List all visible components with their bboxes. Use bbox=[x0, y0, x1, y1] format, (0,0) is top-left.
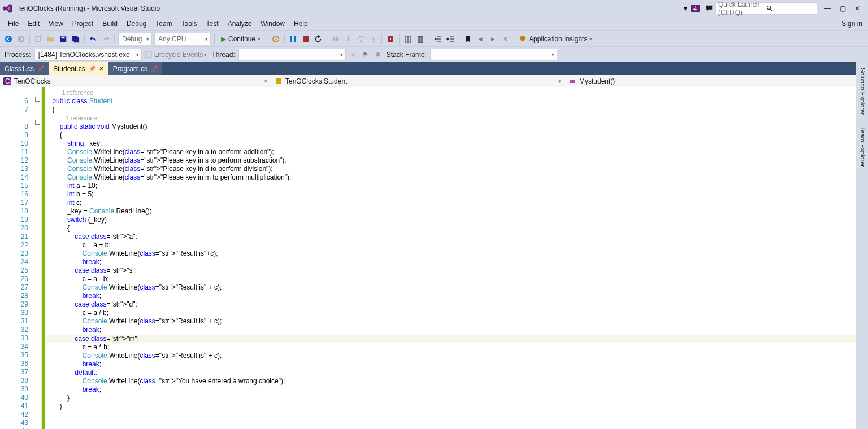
step-into-button[interactable] bbox=[342, 33, 354, 45]
thread-filter-icon[interactable]: ▿ bbox=[348, 49, 359, 61]
menu-tools[interactable]: Tools bbox=[177, 18, 202, 29]
comment-button[interactable] bbox=[402, 33, 414, 45]
fold-toggle[interactable]: − bbox=[35, 97, 40, 102]
maximize-button[interactable]: ▢ bbox=[835, 3, 850, 14]
outlining-margin[interactable]: − − bbox=[34, 87, 42, 429]
lifecycle-events-button[interactable]: Lifecycle Events ▾ bbox=[144, 49, 209, 61]
stackframe-label: Stack Frame: bbox=[387, 51, 427, 59]
clear-bookmarks-button[interactable]: ✕ bbox=[500, 33, 511, 45]
menu-view[interactable]: View bbox=[44, 18, 68, 29]
app-insights-button[interactable]: Application Insights ▾ bbox=[517, 33, 594, 45]
menu-project[interactable]: Project bbox=[68, 18, 98, 29]
solution-config-dropdown[interactable]: Debug bbox=[118, 33, 152, 45]
play-icon: ▶ bbox=[221, 35, 226, 43]
class-icon bbox=[275, 77, 283, 85]
svg-rect-16 bbox=[570, 80, 575, 83]
menu-analyze[interactable]: Analyze bbox=[223, 18, 257, 29]
menu-edit[interactable]: Edit bbox=[23, 18, 44, 29]
nav-member-label: Mystudent() bbox=[579, 77, 615, 85]
freeze-threads-button[interactable]: ❄ bbox=[372, 49, 384, 61]
intellitrace-button[interactable] bbox=[385, 33, 396, 45]
show-next-statement-button[interactable] bbox=[330, 33, 341, 45]
team-explorer-tab[interactable]: Team Explorer bbox=[856, 121, 868, 173]
menu-test[interactable]: Test bbox=[202, 18, 223, 29]
pin-icon[interactable]: 📌 bbox=[89, 65, 96, 72]
menu-debug[interactable]: Debug bbox=[122, 18, 151, 29]
continue-label: Continue bbox=[228, 35, 255, 43]
pin-icon[interactable]: 📌 bbox=[151, 65, 158, 72]
menu-help[interactable]: Help bbox=[289, 18, 313, 29]
step-out-button[interactable] bbox=[367, 33, 379, 45]
prev-bookmark-button[interactable]: ◄ bbox=[475, 33, 486, 45]
close-icon[interactable]: ✕ bbox=[99, 65, 104, 72]
lifecycle-label: Lifecycle Events bbox=[154, 51, 203, 59]
save-all-button[interactable] bbox=[70, 33, 81, 45]
continue-button[interactable]: ▶ Continue ▾ bbox=[218, 33, 264, 45]
stop-button[interactable] bbox=[300, 33, 311, 45]
nav-member-dropdown[interactable]: Mystudent() bbox=[565, 75, 868, 87]
nav-project-dropdown[interactable]: C# TenOClocks bbox=[0, 75, 271, 87]
tab-student[interactable]: Student.cs 📌 ✕ bbox=[49, 62, 108, 75]
open-file-button[interactable] bbox=[45, 33, 57, 45]
nav-class-dropdown[interactable]: TenOClocks.Student bbox=[271, 75, 565, 87]
process-dropdown[interactable]: [1484] TenOClocks.vshost.exe bbox=[34, 49, 142, 61]
pause-button[interactable] bbox=[288, 33, 299, 45]
thread-dropdown[interactable] bbox=[238, 49, 346, 61]
feedback-icon[interactable] bbox=[704, 2, 715, 15]
svg-rect-15 bbox=[276, 78, 281, 84]
line-number-gutter: 67 8910111213141516171819202122232425262… bbox=[0, 87, 34, 429]
uncomment-button[interactable] bbox=[415, 33, 426, 45]
redo-button[interactable] bbox=[100, 33, 111, 45]
tab-program[interactable]: Program.cs 📌 bbox=[108, 62, 162, 75]
tab-class1[interactable]: Class1.cs 📌 bbox=[0, 62, 49, 75]
save-button[interactable] bbox=[58, 33, 69, 45]
new-project-button[interactable] bbox=[33, 33, 44, 45]
menu-team[interactable]: Team bbox=[151, 18, 176, 29]
decrease-indent-button[interactable] bbox=[432, 33, 444, 45]
close-button[interactable]: ✕ bbox=[850, 3, 865, 14]
sign-in-link[interactable]: Sign in bbox=[841, 20, 868, 28]
browser-link-button[interactable] bbox=[270, 33, 281, 45]
step-over-button[interactable] bbox=[355, 33, 366, 45]
menu-bar: File Edit View Project Build Debug Team … bbox=[0, 17, 868, 30]
menu-build[interactable]: Build bbox=[98, 18, 122, 29]
nav-forward-button[interactable] bbox=[15, 33, 27, 45]
solution-platform-dropdown[interactable]: Any CPU bbox=[154, 33, 211, 45]
nav-class-label: TenOClocks.Student bbox=[285, 77, 347, 85]
collapsed-tool-windows: Solution Explorer Team Explorer bbox=[856, 62, 868, 429]
document-tabs: Class1.cs 📌 Student.cs 📌 ✕ Program.cs 📌 … bbox=[0, 62, 868, 75]
svg-rect-4 bbox=[36, 36, 41, 41]
solution-explorer-tab[interactable]: Solution Explorer bbox=[856, 62, 868, 121]
fold-toggle[interactable]: − bbox=[35, 120, 40, 125]
stackframe-dropdown[interactable] bbox=[430, 49, 557, 61]
svg-rect-5 bbox=[62, 36, 65, 38]
pin-icon[interactable]: 📌 bbox=[37, 65, 44, 72]
bookmark-button[interactable] bbox=[462, 33, 474, 45]
code-area[interactable]: 1 reference public class Student { 1 ref… bbox=[45, 87, 858, 429]
quick-launch-input[interactable]: Quick Launch (Ctrl+Q) bbox=[715, 2, 817, 15]
svg-rect-8 bbox=[294, 36, 296, 42]
next-bookmark-button[interactable]: ► bbox=[487, 33, 498, 45]
app-insights-label: Application Insights bbox=[529, 35, 587, 43]
minimize-button[interactable]: — bbox=[821, 3, 835, 14]
flag-threads-button[interactable]: ⚑ bbox=[360, 49, 371, 61]
navigation-bar: C# TenOClocks TenOClocks.Student Mystude… bbox=[0, 75, 868, 87]
increase-indent-button[interactable] bbox=[445, 33, 456, 45]
menu-window[interactable]: Window bbox=[256, 18, 289, 29]
method-icon bbox=[568, 77, 576, 85]
process-label: Process: bbox=[5, 51, 31, 59]
undo-button[interactable] bbox=[88, 33, 99, 45]
restart-button[interactable] bbox=[313, 33, 324, 45]
quick-launch-placeholder: Quick Launch (Ctrl+Q) bbox=[718, 1, 766, 16]
svg-point-2 bbox=[5, 35, 12, 42]
svg-point-0 bbox=[767, 6, 771, 10]
nav-back-button[interactable] bbox=[3, 33, 14, 45]
svg-rect-12 bbox=[146, 52, 151, 58]
main-toolbar: Debug Any CPU ▶ Continue ▾ ◄ ► ✕ Applica… bbox=[0, 30, 868, 46]
svg-rect-9 bbox=[303, 36, 309, 42]
code-editor[interactable]: 67 8910111213141516171819202122232425262… bbox=[0, 87, 868, 429]
window-title: TenOClocks (Running) - Microsoft Visual … bbox=[17, 5, 160, 12]
notifications-area[interactable]: ▾ 4 bbox=[684, 5, 700, 12]
menu-file[interactable]: File bbox=[3, 18, 23, 29]
nav-project-label: TenOClocks bbox=[14, 77, 51, 85]
